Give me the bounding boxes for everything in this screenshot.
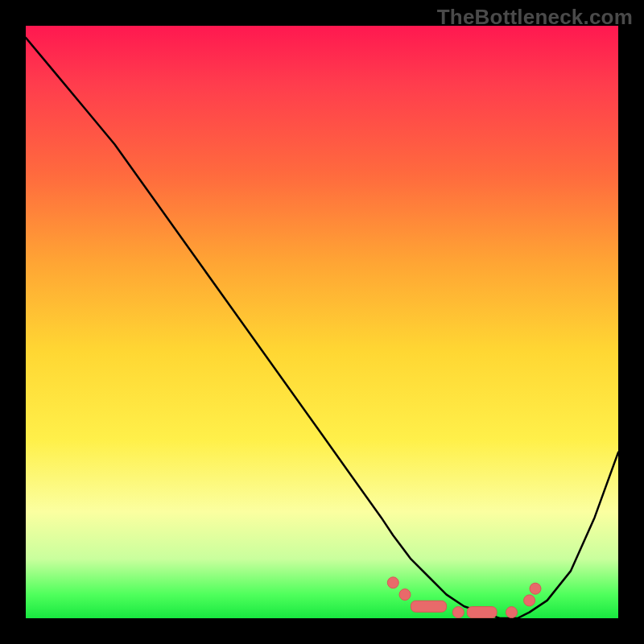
marker-lozenge: [411, 601, 446, 612]
bottleneck-curve: [26, 38, 618, 618]
marker-dot: [399, 589, 411, 601]
curve-svg: [26, 26, 618, 618]
chart-frame: TheBottleneck.com: [0, 0, 644, 644]
marker-dot: [387, 577, 398, 588]
marker-dot: [506, 607, 518, 618]
plot-area: [26, 26, 618, 618]
optimal-markers: [387, 577, 541, 618]
marker-dot: [452, 607, 464, 618]
marker-dot: [530, 583, 541, 594]
marker-dot: [524, 595, 535, 606]
marker-lozenge: [467, 607, 497, 618]
